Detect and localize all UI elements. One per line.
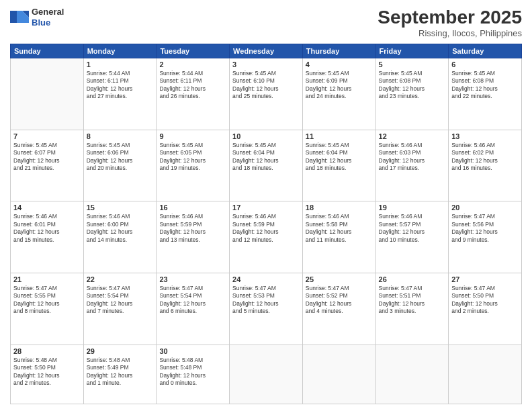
day-number: 26 [379,275,446,283]
day-number: 24 [232,275,300,283]
day-number: 27 [451,275,519,283]
day-info: Sunrise: 5:45 AMSunset: 6:09 PMDaylight:… [306,70,373,101]
calendar-cell: 6Sunrise: 5:45 AMSunset: 6:08 PMDaylight… [449,58,522,130]
day-number: 6 [451,60,519,68]
day-info: Sunrise: 5:45 AMSunset: 6:08 PMDaylight:… [379,70,446,101]
day-info: Sunrise: 5:47 AMSunset: 5:51 PMDaylight:… [379,285,446,316]
calendar-cell: 11Sunrise: 5:45 AMSunset: 6:04 PMDayligh… [302,130,375,201]
calendar-cell: 29Sunrise: 5:48 AMSunset: 5:49 PMDayligh… [83,345,157,404]
day-number: 7 [13,132,81,140]
day-info: Sunrise: 5:46 AMSunset: 6:00 PMDaylight:… [87,213,154,244]
day-info: Sunrise: 5:48 AMSunset: 5:49 PMDaylight:… [87,357,154,387]
day-info: Sunrise: 5:48 AMSunset: 5:48 PMDaylight:… [159,357,226,387]
weekday-header-row: SundayMondayTuesdayWednesdayThursdayFrid… [11,44,522,58]
day-info: Sunrise: 5:46 AMSunset: 5:59 PMDaylight:… [159,213,226,244]
calendar-cell: 13Sunrise: 5:46 AMSunset: 6:02 PMDayligh… [449,130,522,201]
weekday-header-saturday: Saturday [449,44,522,58]
day-number: 25 [306,275,373,283]
svg-marker-2 [10,11,17,23]
day-number: 9 [159,132,226,140]
calendar-cell: 20Sunrise: 5:47 AMSunset: 5:56 PMDayligh… [449,201,522,273]
calendar-cell [11,58,84,130]
day-number: 21 [13,275,81,283]
day-number: 4 [306,60,373,68]
calendar: SundayMondayTuesdayWednesdayThursdayFrid… [10,44,522,404]
logo-icon [10,8,29,27]
day-info: Sunrise: 5:45 AMSunset: 6:04 PMDaylight:… [306,142,373,173]
weekday-header-tuesday: Tuesday [157,44,230,58]
calendar-cell: 19Sunrise: 5:46 AMSunset: 5:57 PMDayligh… [375,201,449,273]
header: General Blue September 2025 Rissing, Ilo… [10,7,522,38]
day-number: 8 [87,132,154,140]
day-number: 3 [232,60,300,68]
title-block: September 2025 Rissing, Ilocos, Philippi… [378,7,522,38]
day-info: Sunrise: 5:46 AMSunset: 6:03 PMDaylight:… [379,142,446,173]
day-info: Sunrise: 5:46 AMSunset: 5:59 PMDaylight:… [232,213,300,244]
day-info: Sunrise: 5:45 AMSunset: 6:10 PMDaylight:… [232,70,300,101]
day-number: 23 [159,275,226,283]
day-number: 11 [306,132,373,140]
calendar-cell: 23Sunrise: 5:47 AMSunset: 5:54 PMDayligh… [157,273,230,345]
calendar-cell: 18Sunrise: 5:46 AMSunset: 5:58 PMDayligh… [302,201,375,273]
month-title: September 2025 [378,7,522,28]
weekday-header-thursday: Thursday [302,44,375,58]
day-number: 20 [451,203,519,212]
week-row-3: 14Sunrise: 5:46 AMSunset: 6:01 PMDayligh… [11,201,522,273]
day-number: 28 [13,347,81,355]
page: General Blue September 2025 Rissing, Ilo… [0,0,532,411]
day-number: 19 [379,203,446,212]
day-number: 17 [232,203,300,212]
day-number: 2 [159,60,226,68]
day-info: Sunrise: 5:47 AMSunset: 5:50 PMDaylight:… [451,285,519,316]
calendar-cell: 4Sunrise: 5:45 AMSunset: 6:09 PMDaylight… [302,58,375,130]
calendar-cell: 26Sunrise: 5:47 AMSunset: 5:51 PMDayligh… [375,273,449,345]
calendar-cell: 22Sunrise: 5:47 AMSunset: 5:54 PMDayligh… [83,273,157,345]
calendar-cell: 10Sunrise: 5:45 AMSunset: 6:04 PMDayligh… [230,130,303,201]
calendar-cell: 2Sunrise: 5:44 AMSunset: 6:11 PMDaylight… [157,58,230,130]
logo-blue: Blue [32,17,64,28]
weekday-header-monday: Monday [83,44,157,58]
calendar-cell: 9Sunrise: 5:45 AMSunset: 6:05 PMDaylight… [157,130,230,201]
day-info: Sunrise: 5:47 AMSunset: 5:52 PMDaylight:… [306,285,373,316]
day-number: 13 [451,132,519,140]
calendar-cell: 30Sunrise: 5:48 AMSunset: 5:48 PMDayligh… [157,345,230,404]
week-row-2: 7Sunrise: 5:45 AMSunset: 6:07 PMDaylight… [11,130,522,201]
day-info: Sunrise: 5:47 AMSunset: 5:54 PMDaylight:… [87,285,154,316]
calendar-cell: 21Sunrise: 5:47 AMSunset: 5:55 PMDayligh… [11,273,84,345]
calendar-cell: 28Sunrise: 5:48 AMSunset: 5:50 PMDayligh… [11,345,84,404]
day-info: Sunrise: 5:45 AMSunset: 6:07 PMDaylight:… [13,142,81,173]
week-row-4: 21Sunrise: 5:47 AMSunset: 5:55 PMDayligh… [11,273,522,345]
day-info: Sunrise: 5:46 AMSunset: 6:01 PMDaylight:… [13,213,81,244]
day-number: 22 [87,275,154,283]
calendar-cell: 7Sunrise: 5:45 AMSunset: 6:07 PMDaylight… [11,130,84,201]
weekday-header-sunday: Sunday [11,44,84,58]
day-number: 16 [159,203,226,212]
subtitle: Rissing, Ilocos, Philippines [378,28,522,38]
weekday-header-friday: Friday [375,44,449,58]
day-info: Sunrise: 5:45 AMSunset: 6:05 PMDaylight:… [159,142,226,173]
day-info: Sunrise: 5:46 AMSunset: 6:02 PMDaylight:… [451,142,519,173]
calendar-cell: 3Sunrise: 5:45 AMSunset: 6:10 PMDaylight… [230,58,303,130]
calendar-cell: 8Sunrise: 5:45 AMSunset: 6:06 PMDaylight… [83,130,157,201]
day-info: Sunrise: 5:45 AMSunset: 6:04 PMDaylight:… [232,142,300,173]
calendar-cell: 17Sunrise: 5:46 AMSunset: 5:59 PMDayligh… [230,201,303,273]
day-number: 12 [379,132,446,140]
logo-text: General Blue [32,7,64,28]
day-info: Sunrise: 5:47 AMSunset: 5:56 PMDaylight:… [451,213,519,244]
day-info: Sunrise: 5:44 AMSunset: 6:11 PMDaylight:… [87,70,154,101]
calendar-cell: 1Sunrise: 5:44 AMSunset: 6:11 PMDaylight… [83,58,157,130]
day-info: Sunrise: 5:47 AMSunset: 5:53 PMDaylight:… [232,285,300,316]
day-number: 15 [87,203,154,212]
logo: General Blue [10,7,64,28]
day-number: 10 [232,132,300,140]
day-info: Sunrise: 5:44 AMSunset: 6:11 PMDaylight:… [159,70,226,101]
day-number: 29 [87,347,154,355]
day-number: 14 [13,203,81,212]
day-number: 5 [379,60,446,68]
logo-general: General [32,7,64,17]
week-row-5: 28Sunrise: 5:48 AMSunset: 5:50 PMDayligh… [11,345,522,404]
calendar-cell: 27Sunrise: 5:47 AMSunset: 5:50 PMDayligh… [449,273,522,345]
calendar-cell [230,345,303,404]
day-number: 1 [87,60,154,68]
calendar-cell: 5Sunrise: 5:45 AMSunset: 6:08 PMDaylight… [375,58,449,130]
